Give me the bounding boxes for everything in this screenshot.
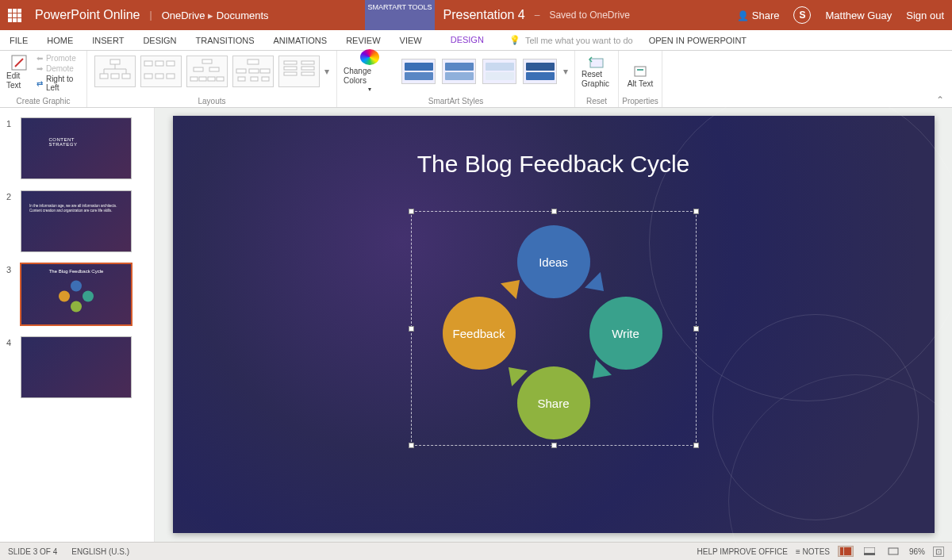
svg-rect-23 (236, 69, 246, 73)
collapse-ribbon-button[interactable]: ⌃ (936, 94, 944, 105)
right-to-left-button[interactable]: ⇄Right to Left (36, 75, 80, 92)
slide[interactable]: The Blog Feedback Cycle Ideas Write Shar… (173, 116, 935, 533)
rtl-icon: ⇄ (36, 79, 43, 88)
document-title[interactable]: Presentation 4 (443, 8, 525, 22)
svg-rect-25 (260, 69, 270, 73)
svg-rect-28 (262, 77, 269, 81)
style-option-2[interactable] (442, 59, 476, 84)
group-reset: Reset Graphic Reset (575, 51, 619, 107)
layouts-more-dropdown[interactable]: ▾ (324, 66, 329, 77)
breadcrumb-onedrive[interactable]: OneDrive (162, 10, 205, 21)
tab-transitions[interactable]: TRANSITIONS (186, 30, 264, 50)
svg-rect-22 (248, 59, 259, 64)
workspace: 1 CONTENT STRATEGY 2 In the information … (0, 108, 952, 542)
resize-handle[interactable] (551, 443, 557, 448)
svg-rect-1 (110, 59, 120, 64)
share-button[interactable]: Share (737, 10, 780, 21)
cycle-node-write[interactable]: Write (589, 297, 662, 370)
cycle-node-share[interactable]: Share (517, 366, 590, 439)
alt-text-button[interactable]: Alt Text (628, 54, 654, 89)
resize-handle[interactable] (409, 209, 414, 214)
slide-thumbnails-pane[interactable]: 1 CONTENT STRATEGY 2 In the information … (0, 108, 155, 542)
resize-handle[interactable] (409, 326, 414, 332)
app-launcher-icon[interactable] (8, 9, 25, 22)
ribbon-tabs: FILE HOME INSERT DESIGN TRANSITIONS ANIM… (0, 30, 952, 51)
layout-option-2[interactable] (140, 56, 182, 87)
title-bar: PowerPoint Online | OneDrive ▸ Documents… (0, 0, 952, 30)
layout-option-5[interactable] (278, 56, 320, 87)
svg-rect-16 (194, 67, 203, 71)
layout-option-4[interactable] (232, 56, 274, 87)
smartart-cycle-diagram[interactable]: Ideas Write Share Feedback (443, 225, 665, 432)
slide-canvas-area[interactable]: The Blog Feedback Cycle Ideas Write Shar… (155, 108, 952, 542)
tab-smartart-design[interactable]: DESIGN (441, 30, 493, 50)
demote-button: ➡Demote (36, 64, 80, 73)
svg-rect-32 (301, 61, 314, 64)
style-option-1[interactable] (401, 59, 436, 84)
edit-text-icon (10, 54, 28, 71)
slide-thumbnail-4[interactable] (21, 336, 132, 398)
svg-rect-26 (238, 77, 245, 81)
svg-rect-11 (167, 61, 175, 66)
breadcrumb-documents[interactable]: Documents (217, 10, 269, 21)
styles-more-dropdown[interactable]: ▾ (563, 66, 568, 77)
svg-rect-14 (167, 74, 175, 79)
layout-option-3[interactable] (186, 56, 228, 87)
svg-rect-36 (635, 67, 646, 76)
tell-me-search[interactable]: 💡 Tell me what you want to do (509, 30, 633, 50)
svg-rect-24 (249, 69, 259, 73)
svg-rect-29 (284, 61, 297, 64)
tab-review[interactable]: REVIEW (336, 30, 390, 50)
cycle-arrow-icon (585, 272, 612, 299)
tab-insert[interactable]: INSERT (83, 30, 133, 50)
resize-handle[interactable] (693, 209, 699, 214)
svg-rect-17 (209, 67, 219, 71)
bulb-icon: 💡 (509, 35, 520, 45)
resize-handle[interactable] (409, 443, 414, 448)
svg-rect-15 (202, 59, 212, 63)
palette-icon (360, 49, 379, 65)
group-layouts: ▾ Layouts (87, 51, 337, 107)
slide-thumbnail-1[interactable]: CONTENT STRATEGY (21, 117, 132, 179)
tab-file[interactable]: FILE (0, 30, 37, 50)
group-create-graphic: Edit Text ⬅Promote ➡Demote ⇄Right to Lef… (0, 51, 87, 107)
slide-title[interactable]: The Blog Feedback Cycle (173, 151, 935, 178)
slide-thumbnail-3[interactable]: The Blog Feedback Cycle (21, 263, 132, 325)
group-smartart-styles: Change Colors▾ ▾ SmartArt Styles (337, 51, 575, 107)
open-in-powerpoint[interactable]: OPEN IN POWERPOINT (649, 30, 747, 50)
sign-out-link[interactable]: Sign out (906, 10, 944, 21)
slide-counter[interactable]: SLIDE 3 OF 4 (8, 547, 57, 556)
resize-handle[interactable] (551, 209, 557, 214)
svg-point-40 (71, 301, 82, 313)
tab-animations[interactable]: ANIMATIONS (264, 30, 337, 50)
style-option-3[interactable] (482, 59, 516, 84)
promote-icon: ⬅ (36, 54, 43, 63)
smartart-selection-box[interactable]: Ideas Write Share Feedback (411, 211, 697, 446)
breadcrumb: OneDrive ▸ Documents (162, 10, 269, 21)
style-option-4[interactable] (523, 59, 557, 84)
change-colors-button[interactable]: Change Colors▾ (344, 49, 395, 94)
cycle-node-feedback[interactable]: Feedback (443, 297, 516, 370)
tab-home[interactable]: HOME (37, 30, 83, 50)
tab-view[interactable]: VIEW (390, 30, 432, 50)
language-indicator[interactable]: ENGLISH (U.S.) (71, 547, 129, 556)
smartart-tools-contextual-tab[interactable]: SMARTART TOOLS (365, 0, 435, 30)
slide-thumbnail-2[interactable]: In the information age, we are all infor… (21, 190, 132, 252)
resize-handle[interactable] (693, 443, 699, 448)
username[interactable]: Matthew Guay (825, 10, 892, 21)
edit-text-button[interactable]: Edit Text (6, 54, 32, 90)
svg-rect-3 (111, 74, 119, 79)
svg-rect-13 (155, 74, 163, 79)
reset-graphic-button[interactable]: Reset Graphic (582, 54, 612, 89)
layout-option-1[interactable] (94, 56, 136, 87)
tab-design[interactable]: DESIGN (133, 30, 186, 50)
svg-rect-10 (155, 61, 163, 66)
save-status: Saved to OneDrive (549, 10, 629, 21)
skype-icon[interactable]: S (793, 6, 811, 24)
demote-icon: ➡ (36, 64, 43, 73)
svg-rect-12 (144, 74, 152, 79)
app-name: PowerPoint Online (35, 8, 140, 22)
svg-rect-19 (199, 77, 206, 81)
svg-rect-20 (208, 77, 215, 81)
resize-handle[interactable] (693, 326, 699, 332)
